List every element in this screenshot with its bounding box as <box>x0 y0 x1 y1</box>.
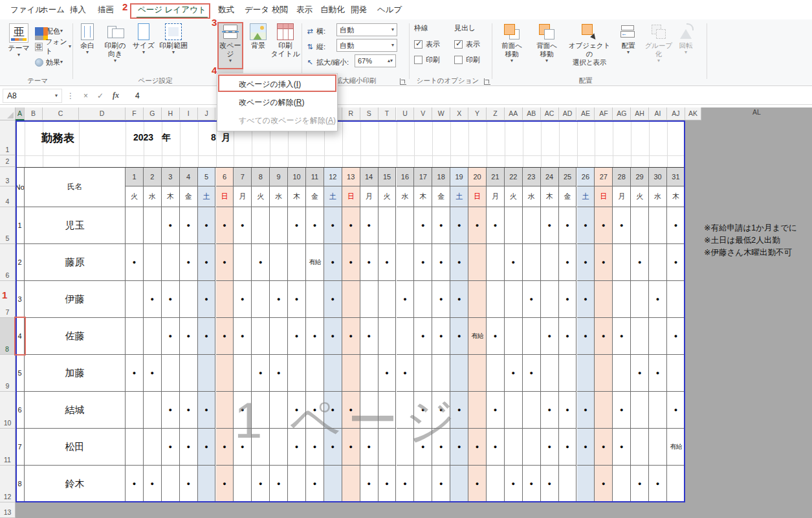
theme-small-2-button[interactable]: 効果 ▾ <box>35 56 71 69</box>
column-header-af[interactable]: AF <box>595 107 613 120</box>
column-header-ab[interactable]: AB <box>523 107 541 120</box>
column-header-s[interactable]: S <box>360 107 379 120</box>
employee-no-4[interactable]: 4 <box>16 318 25 355</box>
page-setup-background-button[interactable]: 背景 <box>246 22 270 74</box>
row-header-8[interactable]: 8 <box>0 318 16 355</box>
theme-small-0-button[interactable]: 配色 ▾ <box>35 25 71 38</box>
column-header-a[interactable]: A <box>16 107 25 120</box>
column-header-ah[interactable]: AH <box>631 107 649 120</box>
checkbox-枠線-表示[interactable]: 表示 <box>414 38 452 51</box>
column-header-x[interactable]: X <box>450 107 468 120</box>
employee-no-6[interactable]: 6 <box>16 392 25 429</box>
chevron-down-icon[interactable]: ▾ <box>391 27 394 32</box>
column-header-ae[interactable]: AE <box>577 107 595 120</box>
row-header-10[interactable]: 10 <box>0 392 16 429</box>
scale-1-combo[interactable]: 自動▾ <box>336 39 397 52</box>
column-header-h[interactable]: H <box>162 107 180 120</box>
column-header-ad[interactable]: AD <box>559 107 577 120</box>
column-header-g[interactable]: G <box>144 107 162 120</box>
column-header-z[interactable]: Z <box>487 107 505 120</box>
row-header-5[interactable]: 5 <box>0 207 16 244</box>
arrange-bring-forward-button[interactable]: 前面へ 移動▾ <box>496 22 528 74</box>
menu-tab-7[interactable]: 校閲 <box>268 3 292 17</box>
menu-tab-1[interactable]: ホーム <box>36 3 69 17</box>
page-setup-print-area-button[interactable]: 印刷範囲▾ <box>157 22 190 74</box>
page-setup-size-button[interactable]: サイズ▾ <box>132 22 155 74</box>
employee-no-3[interactable]: 3 <box>16 281 25 318</box>
chevron-down-icon[interactable]: ▾ <box>391 43 394 48</box>
arrange-send-backward-button[interactable]: 背面へ 移動▾ <box>531 22 563 74</box>
column-header-c[interactable]: C <box>43 107 79 120</box>
formula-bar-value[interactable]: 4 <box>135 91 140 100</box>
page-setup-margins-button[interactable]: 余白▾ <box>76 22 98 74</box>
column-header-w[interactable]: W <box>432 107 450 120</box>
row-header-12[interactable]: 12 <box>0 466 16 502</box>
row-header-4[interactable]: 4 <box>0 186 16 207</box>
column-header-ak[interactable]: AK <box>685 107 701 120</box>
row-header-9[interactable]: 9 <box>0 355 16 392</box>
checkbox-見出し-表示[interactable]: 表示 <box>454 38 492 51</box>
menu-tab-2[interactable]: 挿入 <box>66 3 90 17</box>
row-header-6[interactable]: 6 <box>0 244 16 281</box>
employee-no-7[interactable]: 7 <box>16 429 25 466</box>
scale-percent-input[interactable]: 67%▴▾ <box>355 54 396 67</box>
column-header-i[interactable]: I <box>180 107 198 120</box>
sheet-grid[interactable]: No氏名1火2水3木4金5土6日7月8火9水10木11金12土13日14月15火… <box>16 120 796 518</box>
column-header-ag[interactable]: AG <box>613 107 631 120</box>
checkbox-見出し-印刷[interactable]: 印刷 <box>454 53 492 66</box>
row-header-11[interactable]: 11 <box>0 429 16 466</box>
themes-button[interactable]: 亜 テーマ ▾ <box>5 22 32 74</box>
column-header-d[interactable]: D <box>79 107 126 120</box>
scale-dialog-launcher-icon[interactable] <box>400 78 406 85</box>
row-header-13[interactable]: 13 <box>0 502 16 518</box>
column-header-aa[interactable]: AA <box>505 107 523 120</box>
column-header-j[interactable]: J <box>198 107 216 120</box>
page-setup-orientation-button[interactable]: 印刷の 向き▾ <box>100 22 131 74</box>
checkbox-icon[interactable] <box>414 40 422 49</box>
menu-tab-10[interactable]: 開発 <box>347 3 371 17</box>
checkbox-icon[interactable] <box>414 56 422 64</box>
column-header-y[interactable]: Y <box>468 107 487 120</box>
menu-tab-9[interactable]: 自動化 <box>316 3 349 17</box>
menu-tab-11[interactable]: ヘルプ <box>373 3 406 17</box>
column-header-b[interactable]: B <box>25 107 43 120</box>
employee-no-8[interactable]: 8 <box>16 466 25 502</box>
page-setup-page-break-button[interactable]: 改ページ▾ <box>217 22 243 74</box>
menu-tab-8[interactable]: 表示 <box>292 3 316 17</box>
column-header-t[interactable]: T <box>379 107 397 120</box>
employee-no-2[interactable]: 2 <box>16 244 25 281</box>
theme-small-1-button[interactable]: 亜フォント ▾ <box>35 40 71 53</box>
employee-no-5[interactable]: 5 <box>16 355 25 392</box>
select-all-corner[interactable] <box>0 107 16 120</box>
column-header-r[interactable]: R <box>342 107 360 120</box>
column-header-v[interactable]: V <box>414 107 432 120</box>
checkbox-icon[interactable] <box>454 40 463 49</box>
employee-no-1[interactable]: 1 <box>16 207 25 244</box>
checkbox-枠線-印刷[interactable]: 印刷 <box>414 53 452 66</box>
column-header-aj[interactable]: AJ <box>667 107 685 120</box>
row-header-2[interactable]: 2 <box>0 155 16 167</box>
menu-tab-4[interactable]: ページ レイアウト <box>134 3 210 17</box>
column-header-f[interactable]: F <box>126 107 144 120</box>
column-header-ai[interactable]: AI <box>649 107 667 120</box>
scale-0-combo[interactable]: 自動▾ <box>336 23 397 36</box>
menu-tab-3[interactable]: 描画 <box>94 3 118 17</box>
menu-tab-5[interactable]: 数式 <box>214 3 238 17</box>
sheet-options-dialog-launcher-icon[interactable] <box>484 78 490 85</box>
spinner-arrows-icon[interactable]: ▴▾ <box>388 58 393 63</box>
row-header-1[interactable]: 1 <box>0 120 16 155</box>
column-header-u[interactable]: U <box>397 107 415 120</box>
cancel-icon[interactable]: × <box>79 91 93 100</box>
column-header-ac[interactable]: AC <box>541 107 559 120</box>
enter-icon[interactable]: ✓ <box>93 91 108 100</box>
arrange-align-button[interactable]: 配置▾ <box>615 22 642 74</box>
insert-function-icon[interactable]: fx <box>108 91 124 100</box>
column-header-al[interactable]: AL <box>701 108 812 116</box>
menu-item-insert-page-break[interactable]: 改ページの挿入(I) <box>217 75 337 93</box>
menu-item-remove-page-break[interactable]: 改ページの解除(R) <box>217 93 337 111</box>
checkbox-icon[interactable] <box>454 56 463 64</box>
arrange-selection-pane-button[interactable]: オブジェクトの 選択と表示 <box>565 22 613 74</box>
page-setup-print-titles-button[interactable]: 印刷 タイトル <box>270 22 300 74</box>
row-header-3[interactable]: 3 <box>0 167 16 186</box>
name-box[interactable]: A8 ▾ <box>3 89 62 103</box>
